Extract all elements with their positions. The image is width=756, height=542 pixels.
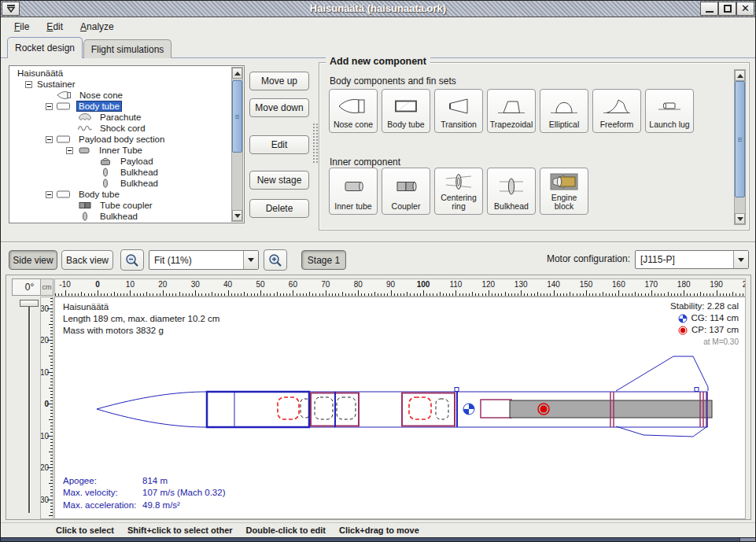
tree-item-parachute[interactable]: Parachute: [11, 112, 230, 123]
tree-item-body-tube[interactable]: Body tube: [11, 101, 230, 112]
window-menu-button[interactable]: [2, 2, 20, 16]
window-bottom-edge[interactable]: [1, 537, 755, 542]
menu-file[interactable]: File: [6, 20, 38, 34]
scroll-up-button[interactable]: [735, 70, 745, 81]
zoom-in-button[interactable]: [264, 249, 287, 271]
menu-edit[interactable]: Edit: [38, 20, 72, 34]
scrollbar-track[interactable]: [735, 81, 745, 213]
back-view-button[interactable]: Back view: [61, 250, 113, 270]
tree-item-bulkhead[interactable]: Bulkhead: [11, 211, 230, 221]
splitter-handle[interactable]: [312, 123, 318, 164]
component-button-label: Body tube: [387, 120, 424, 130]
add-centering-ring-button[interactable]: Centering ring: [434, 168, 483, 215]
component-button-label: Bulkhead: [494, 202, 529, 212]
add-elliptical-button[interactable]: Elliptical: [540, 89, 588, 133]
title-bar[interactable]: Haisunäätä (haisunaata.ork) ✕: [1, 1, 755, 17]
component-button-label: Inner tube: [334, 202, 371, 212]
add-nose-cone-button[interactable]: Nose cone: [329, 89, 378, 133]
tree-item-label: Inner Tube: [98, 146, 144, 155]
component-tree[interactable]: HaisunäätäSustainerNose coneBody tubePar…: [11, 68, 230, 221]
combo-dropdown-button[interactable]: [733, 251, 748, 268]
scroll-up-button[interactable]: [232, 68, 242, 79]
tab-rocket-design[interactable]: Rocket design: [7, 37, 83, 58]
tree-item-nose-cone[interactable]: Nose cone: [11, 90, 230, 101]
new-stage-button[interactable]: New stage: [249, 171, 309, 190]
parachute-shape[interactable]: [278, 397, 299, 419]
edit-button[interactable]: Edit: [249, 135, 309, 154]
combo-dropdown-button[interactable]: [243, 251, 258, 269]
tree-item-label: Body tube: [77, 190, 121, 199]
scrollbar-track[interactable]: [232, 79, 242, 210]
menu-analyze[interactable]: Analyze: [72, 20, 123, 34]
tree-expander-icon[interactable]: [46, 103, 53, 110]
zoom-out-button[interactable]: [120, 249, 144, 271]
rotation-slider-track[interactable]: [28, 302, 30, 513]
scroll-down-button[interactable]: [735, 213, 745, 224]
payload-icon: [98, 157, 113, 166]
delete-button[interactable]: Delete: [249, 199, 309, 218]
tree-item-haisunäätä[interactable]: Haisunäätä: [11, 68, 230, 79]
add-bulkhead-button[interactable]: Bulkhead: [487, 168, 536, 215]
scroll-down-button[interactable]: [232, 210, 242, 221]
tree-expander-icon[interactable]: [25, 81, 32, 88]
tree-item-label: Bulkhead: [119, 179, 160, 188]
tree-item-label: Bulkhead: [98, 212, 139, 221]
close-button[interactable]: ✕: [736, 2, 754, 16]
back-view-label: Back view: [66, 255, 109, 266]
rotation-slider-handle[interactable]: [20, 300, 39, 307]
component-button-label: Freeform: [600, 120, 634, 130]
tube-coupler-shape[interactable]: [481, 400, 511, 418]
tree-item-sustainer[interactable]: Sustainer: [11, 79, 230, 90]
motor-configuration-select[interactable]: [J115-P]: [635, 250, 749, 269]
minimize-button[interactable]: [700, 2, 718, 16]
scrollbar-thumb[interactable]: [735, 81, 745, 197]
nose-cone-shape[interactable]: [97, 392, 207, 427]
nose-cone-icon: [57, 90, 72, 100]
add-launch-lug-button[interactable]: Launch lug: [645, 89, 694, 133]
status-hint: Click+drag to move: [339, 525, 419, 535]
cp-icon: [678, 326, 688, 335]
add-freeform-button[interactable]: Freeform: [592, 89, 641, 133]
tree-item-label: Payload body section: [77, 135, 166, 144]
side-view-button[interactable]: Side view: [9, 250, 57, 270]
zoom-in-icon: [267, 253, 283, 268]
add-coupler-button[interactable]: Coupler: [382, 168, 430, 215]
component-button-label: Centering ring: [436, 194, 481, 212]
tree-expander-icon[interactable]: [46, 136, 53, 143]
zoom-level-value: Fit (11%): [149, 255, 243, 266]
add-component-panel: Add new component Body components and fi…: [319, 62, 750, 230]
tree-item-shock-cord[interactable]: Shock cord: [11, 123, 230, 134]
fin-shape[interactable]: [616, 356, 708, 391]
maximize-icon: [724, 5, 732, 13]
launch-lug-shape[interactable]: [455, 388, 459, 392]
move-up-button[interactable]: Move up: [249, 72, 309, 90]
tab-flight-simulations[interactable]: Flight simulations: [83, 39, 171, 58]
add-trapezoidal-button[interactable]: Trapezoidal: [487, 89, 536, 133]
chevron-down-icon: [248, 258, 254, 265]
tree-item-body-tube[interactable]: Body tube: [11, 189, 230, 200]
tree-expander-icon[interactable]: [46, 191, 53, 198]
stage-1-toggle[interactable]: Stage 1: [301, 250, 346, 270]
add-engine-block-button[interactable]: Engine block: [540, 168, 588, 215]
fin-shape[interactable]: [616, 426, 707, 437]
rocket-canvas[interactable]: Haisunäätä Length 189 cm, max. diameter …: [54, 297, 746, 519]
zoom-level-select[interactable]: Fit (11%): [149, 250, 259, 270]
move-down-button[interactable]: Move down: [249, 98, 309, 117]
tree-item-inner-tube[interactable]: Inner Tube: [11, 145, 230, 156]
component-button-label: Nose cone: [334, 120, 373, 130]
add-transition-button[interactable]: Transition: [434, 89, 483, 133]
component-scrollbar[interactable]: [734, 69, 746, 225]
add-body-tube-button[interactable]: Body tube: [382, 89, 430, 133]
launch-lug-shape[interactable]: [695, 388, 699, 392]
add-inner-tube-button[interactable]: Inner tube: [329, 168, 378, 215]
tree-item-bulkhead[interactable]: Bulkhead: [11, 178, 230, 189]
tree-item-payload[interactable]: Payload: [11, 156, 230, 167]
tree-item-tube-coupler[interactable]: Tube coupler: [11, 200, 230, 211]
tree-scrollbar[interactable]: [231, 67, 243, 222]
resize-grip[interactable]: [739, 538, 755, 542]
tree-expander-icon[interactable]: [66, 147, 73, 154]
tree-item-bulkhead[interactable]: Bulkhead: [11, 167, 230, 178]
scrollbar-thumb[interactable]: [232, 80, 242, 153]
tree-item-payload-body-section[interactable]: Payload body section: [11, 134, 230, 145]
maximize-button[interactable]: [718, 2, 736, 16]
